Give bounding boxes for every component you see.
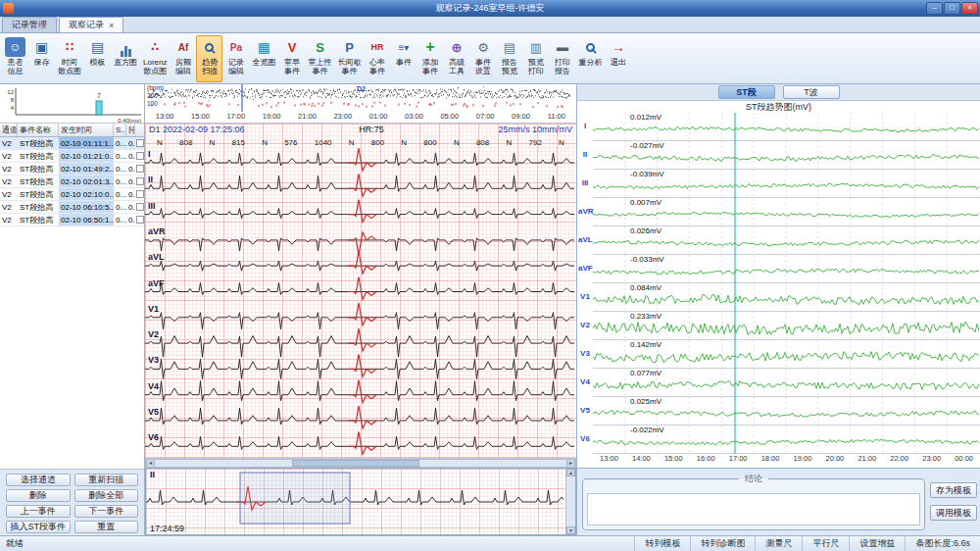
rescan-button[interactable]: 重新扫描 [74, 474, 139, 486]
template-buttons: 存为模板 调用模板 [930, 482, 977, 521]
goto-template-button[interactable]: 转到模板 [634, 536, 690, 551]
event-row[interactable]: V2ST段抬高02-10 02:01:3...0...0... [0, 175, 144, 188]
event-row[interactable]: V2ST段抬高02-10 01:11:1...0...0... [0, 137, 144, 150]
beat-annotation: 808 [476, 138, 489, 147]
toolbar-button-advanced-tools[interactable]: ⊕高级 工具 [443, 35, 469, 82]
st-trend-charts: ST段趋势图(mV) I0.012mVII-0.027mVIII-0.039mV… [577, 101, 980, 468]
event-checkbox[interactable] [136, 216, 144, 224]
toolbar-button-hr-events[interactable]: HR心率 事件 [364, 35, 390, 82]
toolbar-button-pvc-events[interactable]: V室早 事件 [278, 35, 305, 82]
hr-trend-overview[interactable]: (bpm) 200 100 D2 13:0015:0017:0019:0021:… [145, 84, 576, 124]
toolbar-button-af-edit[interactable]: Af房颤 编辑 [170, 35, 196, 82]
parallel-ruler-button[interactable]: 平行尺 [802, 536, 849, 551]
column-header[interactable]: 持... [126, 124, 135, 136]
column-header[interactable]: 事件名称 [18, 124, 59, 136]
toolbar-button-reanalyze[interactable]: 重分析 [575, 35, 605, 82]
event-row[interactable]: V2ST段抬高02-10 01:49:2...0...0... [0, 163, 144, 175]
toolbar-button-events-menu[interactable]: ≡▾事件 [390, 35, 416, 82]
toolbar-button-overview[interactable]: ▦全览图 [249, 35, 278, 82]
event-checkbox[interactable] [136, 177, 144, 185]
strip-selection-box[interactable] [240, 473, 350, 524]
scroll-right-icon[interactable]: ► [566, 460, 575, 467]
close-button[interactable]: × [961, 2, 978, 15]
scroll-thumb[interactable] [292, 460, 419, 467]
tab-record-management[interactable]: 记录管理 [2, 17, 57, 32]
toolbar-button-time-scatter[interactable]: ∷时间 散点图 [55, 35, 84, 82]
scroll-up-icon[interactable]: ▲ [566, 469, 575, 476]
tab-close-icon[interactable]: × [109, 21, 114, 30]
toolbar-button-trend-scan[interactable]: 趋势 扫描 [196, 35, 222, 82]
scroll-track[interactable] [155, 460, 566, 467]
load-template-button[interactable]: 调用模板 [930, 505, 977, 521]
event-checkbox[interactable] [136, 152, 144, 160]
toolbar-button-record-edit[interactable]: Pa记录 编辑 [222, 35, 249, 82]
strip-lead-waveform [146, 471, 564, 527]
save-as-template-button[interactable]: 存为模板 [930, 482, 977, 498]
beat-annotation: 808 [179, 138, 192, 147]
event-time: 02-10 02:01:3... [59, 175, 114, 187]
toolbar-button-exit[interactable]: →退出 [605, 35, 631, 82]
delete-all-button[interactable]: 删除全部 [74, 489, 139, 502]
tab-st-segment[interactable]: ST段 [718, 85, 775, 99]
set-gain-button[interactable]: 设置增益 [849, 536, 905, 551]
st-lead-label: I [578, 122, 592, 130]
toolbar-button-add-event[interactable]: +添加 事件 [416, 35, 443, 82]
minimize-button[interactable]: – [926, 2, 943, 15]
tab-t-wave[interactable]: T波 [783, 85, 840, 99]
tab-observe-record[interactable]: 观察记录 × [59, 17, 123, 32]
strip-scrollbar[interactable]: ▲ ▼ [565, 469, 575, 534]
toolbar-button-patient-info[interactable]: ☺患者 信息 [2, 35, 28, 82]
column-header[interactable]: 发生时间 [59, 124, 114, 136]
ecg-main-view[interactable]: D1 2022-02-09 17:25:06 HR:75 25mm/s 10mm… [145, 124, 576, 459]
event-row[interactable]: V2ST段抬高02-10 06:10:5...0...0... [0, 201, 144, 214]
record-icon: Pa [225, 37, 246, 57]
reset-button[interactable]: 重置 [74, 521, 139, 533]
event-row[interactable]: V2ST段抬高02-10 06:50:1...0...0... [0, 214, 144, 226]
goto-diagnosis-button[interactable]: 转到诊断图 [690, 536, 755, 551]
time-tick-label: 03:00 [396, 112, 431, 123]
event-checkbox[interactable] [136, 190, 144, 198]
event-name: ST段抬高 [18, 201, 59, 213]
scroll-down-icon[interactable]: ▼ [566, 526, 575, 534]
ecg-strip-view[interactable]: II 17:24:59 ▲ ▼ [145, 468, 576, 535]
ecg-scale: 25mm/s 10mm/mV [498, 125, 572, 136]
event-row[interactable]: V2ST段抬高02-10 02:10:0...0...0... [0, 188, 144, 201]
toolbar-button-save[interactable]: ▣保存 [28, 35, 55, 82]
event-row[interactable]: V2ST段抬高02-10 01:21:0...0...0... [0, 150, 144, 163]
delete-button[interactable]: 删除 [6, 489, 71, 502]
toolbar-button-histogram[interactable]: 直方图 [111, 35, 140, 82]
titlebar: 观察记录-246室早组-许德安 – □ × [0, 0, 980, 17]
beat-annotation: N [506, 138, 512, 147]
column-header[interactable]: 通道 [0, 124, 18, 136]
toolbar-button-sve-events[interactable]: S室上性 事件 [305, 35, 334, 82]
toolbar-button-event-settings[interactable]: ⚙事件 设置 [469, 35, 496, 82]
next-event-button[interactable]: 下一事件 [74, 505, 139, 518]
event-checkbox[interactable] [136, 165, 144, 173]
ecg-horizontal-scrollbar[interactable]: ◄ ► [145, 459, 576, 468]
select-channel-button[interactable]: 选择通道 [6, 474, 71, 486]
event-checkbox[interactable] [136, 203, 144, 211]
toolbar-button-pause-events[interactable]: P长间歇 事件 [334, 35, 364, 82]
event-checkbox[interactable] [136, 139, 144, 147]
st-lead-label: aVF [578, 264, 592, 273]
toolbar-button-lorenz-scatter[interactable]: ∴Lorenz 散点图 [140, 35, 170, 82]
toolbar-button-report-preview[interactable]: ▤报告 预览 [496, 35, 522, 82]
toolbar-button-preview-print[interactable]: ▥预览 打印 [522, 35, 549, 82]
printer-icon: ▬ [552, 37, 572, 57]
measure-ruler-button[interactable]: 测量尺 [755, 536, 802, 551]
st-lead-label: aVL [578, 235, 592, 244]
column-header[interactable]: S... [114, 124, 126, 136]
time-tick-label: 22:00 [883, 454, 915, 466]
conclusion-textarea[interactable] [587, 493, 920, 526]
event-duration: 0... [126, 214, 135, 225]
scroll-left-icon[interactable]: ◄ [146, 460, 155, 467]
toolbar-button-print-report[interactable]: ▬打印 报告 [549, 35, 575, 82]
prev-event-button[interactable]: 上一事件 [6, 505, 71, 518]
toolbar-button-template[interactable]: ▤模板 [84, 35, 111, 82]
maximize-button[interactable]: □ [944, 2, 960, 15]
st-trend-row: I0.012mV [593, 113, 980, 141]
st-trend-row: V20.233mV [593, 312, 980, 340]
st-trend-row: II-0.027mV [593, 141, 980, 170]
tabbar: 记录管理 观察记录 × [0, 17, 980, 33]
insert-st-event-button[interactable]: 插入ST段事件 [6, 521, 71, 533]
